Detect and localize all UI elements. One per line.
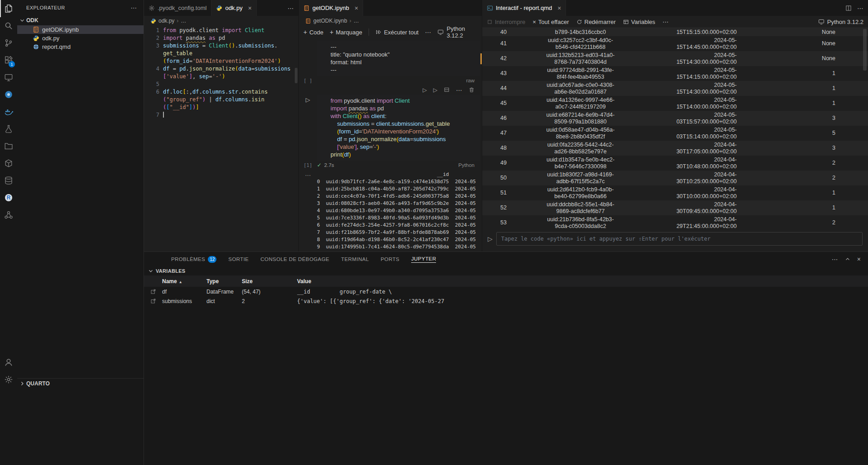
activity-item-explorer[interactable] bbox=[0, 0, 17, 17]
activity-item-database[interactable] bbox=[0, 172, 17, 189]
clear-all-button[interactable]: × Tout effacer bbox=[532, 19, 569, 25]
chevron-down-icon bbox=[148, 268, 154, 274]
more-actions-icon[interactable]: ⋯ bbox=[288, 5, 294, 11]
file-odk-py[interactable]: odk.py bbox=[17, 34, 144, 43]
code-cell-editor[interactable]: from pyodk.client import Clientimport pa… bbox=[317, 95, 480, 161]
activity-item-packages[interactable] bbox=[0, 155, 17, 172]
folder-library-icon bbox=[4, 142, 13, 151]
kernel-picker[interactable]: Python 3.12.2 bbox=[437, 25, 477, 39]
column-header-size[interactable]: Size bbox=[242, 278, 297, 285]
run-all-button[interactable]: Exécuter tout bbox=[375, 29, 419, 36]
activity-item-source-control[interactable] bbox=[0, 34, 17, 52]
split-cell-button[interactable] bbox=[444, 87, 450, 93]
restart-icon bbox=[576, 19, 582, 25]
activity-item-settings-gear[interactable] bbox=[0, 371, 17, 388]
more-actions-icon[interactable]: ⋯ bbox=[832, 256, 838, 262]
restart-button[interactable]: Redémarrer bbox=[576, 19, 616, 25]
code-editor[interactable]: 1from pyodk.client import Client2import … bbox=[144, 26, 298, 119]
row-value: None bbox=[754, 29, 835, 36]
activity-item-docker[interactable] bbox=[0, 103, 17, 120]
row-datetime: 2024-05-03T15:57:00.000+02:00 bbox=[651, 112, 754, 125]
activity-item-search[interactable] bbox=[0, 17, 17, 34]
tab-pyodk-config-toml[interactable]: .pyodk_config.toml bbox=[144, 0, 211, 16]
activity-item-organization[interactable] bbox=[0, 206, 17, 223]
code-line: from pyodk.client import Client bbox=[327, 97, 478, 104]
maximize-panel-icon[interactable] bbox=[844, 256, 851, 262]
panel-tab-ports[interactable]: PORTS bbox=[381, 252, 399, 266]
more-actions-icon[interactable]: ⋯ bbox=[662, 19, 669, 25]
close-icon[interactable]: × bbox=[248, 5, 252, 11]
row-value: 2 bbox=[754, 160, 835, 166]
activity-item-account[interactable] bbox=[0, 354, 17, 371]
split-editor-icon[interactable] bbox=[845, 5, 852, 11]
scrollbar[interactable] bbox=[295, 68, 297, 83]
sidebar-empty-area bbox=[17, 51, 144, 378]
activity-item-jupyter[interactable] bbox=[0, 86, 17, 103]
breadcrumb-item[interactable]: odk.py bbox=[158, 18, 174, 24]
more-actions-icon[interactable]: ⋯ bbox=[857, 5, 863, 11]
tab-interactif-report-qmd[interactable]: Interactif - report.qmd × bbox=[482, 0, 566, 16]
variable-row-df[interactable]: dfDataFrame(54, 47)__id group_ref-date \ bbox=[144, 287, 868, 296]
tab-getodk-ipynb[interactable]: getODK.ipynb × bbox=[299, 0, 363, 16]
variables-button[interactable]: Variables bbox=[623, 19, 655, 25]
panel-tab-probl-mes[interactable]: PROBLÈMES12 bbox=[171, 252, 216, 266]
code-line: format: html bbox=[327, 58, 478, 66]
cell-language[interactable]: Python bbox=[458, 162, 475, 168]
breadcrumb[interactable]: odk.py › … bbox=[144, 16, 298, 26]
panel-tab-console-de-d-bogage[interactable]: CONSOLE DE DÉBOGAGE bbox=[260, 252, 329, 266]
breadcrumb-item[interactable]: … bbox=[354, 18, 359, 24]
breadcrumb[interactable]: getODK.ipynb › … bbox=[299, 16, 482, 26]
execute-above-button[interactable]: ▷ bbox=[423, 87, 427, 93]
breadcrumb-item[interactable]: getODK.ipynb bbox=[313, 18, 347, 24]
open-variable-icon[interactable] bbox=[144, 298, 162, 304]
code-cell[interactable]: ▷ from pyodk.client import Clientimport … bbox=[299, 95, 480, 161]
run-cell-button[interactable]: ▷ bbox=[299, 95, 317, 161]
docker-icon bbox=[4, 107, 13, 116]
breadcrumb-item[interactable]: … bbox=[181, 18, 186, 24]
row-index: 50 bbox=[482, 175, 510, 181]
raw-cell-editor[interactable]: ---title: "quarto notebook"format: html-… bbox=[317, 41, 480, 76]
close-icon[interactable]: × bbox=[355, 5, 358, 11]
settings-gear-icon bbox=[4, 375, 13, 384]
tab-odk-py[interactable]: odk.py × bbox=[211, 0, 257, 16]
execute-below-button[interactable]: ▷ bbox=[433, 87, 437, 93]
add-markdown-cell-button[interactable]: + Marquage bbox=[330, 28, 362, 36]
scrollbar[interactable] bbox=[863, 29, 867, 71]
file-getODK-ipynb[interactable]: getODK.ipynb bbox=[17, 25, 144, 34]
file-label: report.qmd bbox=[42, 43, 71, 50]
file-report-qmd[interactable]: report.qmd bbox=[17, 43, 144, 51]
panel-tab-terminal[interactable]: TERMINAL bbox=[341, 252, 369, 266]
delete-cell-button[interactable] bbox=[469, 87, 475, 93]
column-header-name[interactable]: Name▲ bbox=[162, 278, 206, 285]
variable-row-submissions[interactable]: submissionsdict2{'value': [{'group_ref':… bbox=[144, 296, 868, 306]
interrupt-button[interactable]: Interrompre bbox=[487, 19, 525, 25]
more-actions-icon[interactable]: ⋯ bbox=[425, 29, 431, 35]
cell-language[interactable]: raw bbox=[466, 78, 475, 83]
variables-section-header[interactable]: VARIABLES bbox=[144, 266, 868, 275]
raw-cell[interactable]: ---title: "quarto notebook"format: html-… bbox=[299, 41, 480, 76]
open-variable-icon[interactable] bbox=[144, 289, 162, 294]
activity-item-extensions[interactable]: 1 bbox=[0, 52, 17, 69]
row-uuid: uuid:2d6412b0-fcb9-4a0b-be40-62799e8b0a6… bbox=[510, 186, 651, 200]
kernel-picker[interactable]: Python 3.12.2 bbox=[818, 19, 863, 25]
activity-item-remote-explorer[interactable] bbox=[0, 69, 17, 86]
activity-item-testing[interactable] bbox=[0, 120, 17, 138]
panel-tab-jupyter[interactable]: JUPYTER bbox=[411, 252, 436, 266]
explorer-section-odk[interactable]: ODK bbox=[17, 15, 144, 25]
column-header-value[interactable]: Value bbox=[297, 278, 868, 285]
column-header-type[interactable]: Type bbox=[206, 278, 242, 285]
python-code-input[interactable] bbox=[496, 232, 863, 246]
close-icon[interactable]: × bbox=[557, 5, 561, 11]
add-code-cell-button[interactable]: + Code bbox=[303, 28, 323, 36]
explorer-section-quarto[interactable]: QUARTO bbox=[17, 378, 144, 388]
panel-tab-sortie[interactable]: SORTIE bbox=[228, 252, 249, 266]
activity-item-r-language[interactable]: R bbox=[0, 189, 17, 206]
panel-actions: ⋯ × bbox=[832, 256, 868, 262]
more-actions-icon[interactable]: ⋯ bbox=[131, 5, 137, 11]
more-actions-icon[interactable]: ⋯ bbox=[456, 87, 462, 93]
run-input-icon[interactable]: ▷ bbox=[488, 235, 493, 242]
code-line: 5 bbox=[144, 81, 298, 88]
activity-item-folder-library[interactable] bbox=[0, 138, 17, 155]
close-panel-icon[interactable]: × bbox=[857, 256, 861, 262]
output-options-icon[interactable]: ⋯ bbox=[299, 171, 317, 251]
